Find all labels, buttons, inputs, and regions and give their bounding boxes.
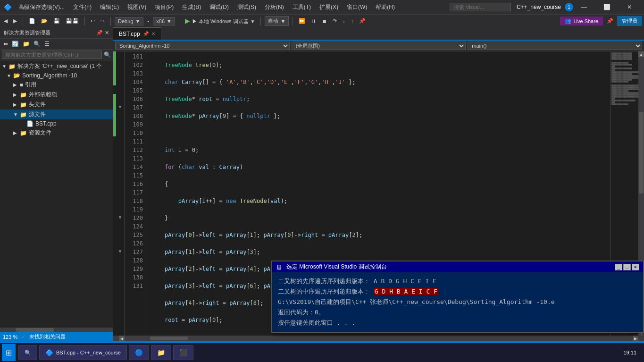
editor-hscroll[interactable]: ◀ ▶ xyxy=(113,336,644,341)
se-tb-btn-1[interactable]: ⬅ xyxy=(2,40,9,48)
se-tb-btn-3[interactable]: 📁 xyxy=(21,40,31,48)
code-line-108: { xyxy=(151,180,606,188)
fold-blank-5 xyxy=(116,85,124,94)
menu-project[interactable]: 项目(P) xyxy=(151,2,177,12)
tree-label-ext: 外部依赖项 xyxy=(29,91,57,99)
console-maximize-button[interactable]: □ xyxy=(623,264,631,270)
console-minimize-button[interactable]: _ xyxy=(615,264,622,270)
horizontal-scrollbar[interactable] xyxy=(0,328,113,332)
menu-edit[interactable]: 编辑(E) xyxy=(96,2,123,12)
tree-item-bst-cpp[interactable]: 📄 BST.cpp xyxy=(0,119,113,128)
notification-badge[interactable]: 1 xyxy=(565,3,573,11)
tab-bst-cpp[interactable]: BST.cpp 📌 ✕ xyxy=(113,27,161,40)
hscroll-thumb[interactable] xyxy=(150,337,188,340)
taskbar-vs-item[interactable]: 🔷 BST.cpp - C++_new_course xyxy=(39,345,127,360)
hscroll-right-button[interactable]: ▶ xyxy=(633,336,638,341)
fold-indicator-107[interactable]: ▼ xyxy=(116,102,124,111)
config-dropdown[interactable]: Debug ▼ xyxy=(115,17,143,25)
platform-dropdown[interactable]: x86 ▼ xyxy=(153,17,175,25)
zoom-level[interactable]: 123 % xyxy=(3,334,17,340)
se-tb-btn-4[interactable]: 🔍 xyxy=(32,40,42,48)
vscroll-thumb[interactable] xyxy=(639,112,644,194)
debug-toolbar-3[interactable]: ⏹ xyxy=(320,17,329,25)
taskbar-clock[interactable]: 19:11 xyxy=(623,350,642,355)
se-tb-btn-5[interactable]: ☰ xyxy=(43,40,51,48)
manage-button[interactable]: 管理员 xyxy=(617,16,642,26)
se-close-icon[interactable]: ✕ xyxy=(105,30,109,36)
fold-indicator-127[interactable]: ▼ xyxy=(116,247,124,255)
menu-view[interactable]: 视图(V) xyxy=(124,2,150,12)
menu-advanced-save[interactable]: 高级保存选项(V)... xyxy=(15,2,68,12)
line-num-108: 108 xyxy=(128,112,143,120)
new-file-button[interactable]: 📄 xyxy=(27,17,37,25)
nav-forward-button[interactable]: ▶ xyxy=(11,17,19,25)
redo-button[interactable]: ↪ xyxy=(99,17,107,25)
auto-dropdown[interactable]: 自动 ▼ xyxy=(265,16,289,26)
fold-indicator-120[interactable]: ▼ xyxy=(116,213,124,221)
live-share-button[interactable]: 👥 Live Share xyxy=(560,17,603,25)
se-tree: ▼ 📁 解决方案 'C++_new_course' (1 个 ▼ 📂 Sorti… xyxy=(0,60,113,328)
run-button[interactable]: ▶ ▶ 本地 Windows 调试器 ▼ xyxy=(183,17,257,25)
taskbar-search[interactable]: 🔍 xyxy=(18,345,37,360)
debug-toolbar-5[interactable]: ↓ xyxy=(341,17,347,25)
scope-dropdown[interactable]: Sorting_Algorithm -10 xyxy=(115,42,290,50)
open-file-button[interactable]: 📂 xyxy=(39,17,50,25)
tree-item-external-deps[interactable]: ▶ 📁 外部依赖项 xyxy=(0,90,113,100)
context-dropdown[interactable]: (全局范围) xyxy=(292,42,466,50)
menu-help[interactable]: 帮助(H) xyxy=(372,2,399,12)
console-window-buttons: _ □ ✕ xyxy=(615,264,639,270)
nav-back-button[interactable]: ◀ xyxy=(2,17,9,25)
symbol-dropdown[interactable]: main() xyxy=(468,42,642,50)
menu-build[interactable]: 生成(B) xyxy=(178,2,205,12)
menu-analyze[interactable]: 分析(N) xyxy=(261,2,288,12)
console-highlight-text: G D H B A E I C F xyxy=(374,288,438,295)
debug-toolbar-7[interactable]: 📌 xyxy=(357,17,368,25)
tree-item-resources[interactable]: ▶ 📁 资源文件 xyxy=(0,128,113,138)
start-button[interactable]: ⊞ xyxy=(2,344,16,361)
tree-icon-ext: 📁 xyxy=(20,92,27,98)
code-line-102: char Carray[] = { 'A','B','C','D','E','F… xyxy=(151,78,606,86)
minimize-button[interactable]: — xyxy=(573,0,595,14)
save-all-button[interactable]: 💾💾 xyxy=(64,17,81,25)
hscroll-left-button[interactable]: ◀ xyxy=(119,336,125,341)
taskbar-explorer-item[interactable]: 📁 xyxy=(151,345,171,360)
tree-item-headers[interactable]: ▶ 📁 头文件 xyxy=(0,100,113,109)
console-close-button[interactable]: ✕ xyxy=(632,264,639,270)
close-button[interactable]: ✕ xyxy=(619,0,640,14)
menu-extensions[interactable]: 扩展(X) xyxy=(316,2,342,12)
debug-toolbar-1[interactable]: ⏩ xyxy=(297,17,307,25)
taskbar: ⊞ 🔍 🔷 BST.cpp - C++_new_course 🔵 📁 ⬛ 19:… xyxy=(0,343,644,362)
menu-debug[interactable]: 调试(D) xyxy=(206,2,233,12)
menu-tools[interactable]: 工具(T) xyxy=(289,2,315,12)
code-line-105 xyxy=(151,129,606,137)
debug-toolbar-2[interactable]: ⏸ xyxy=(309,17,318,25)
fold-blank-23 xyxy=(116,238,124,247)
se-search-input[interactable] xyxy=(2,51,102,59)
tree-item-solution[interactable]: ▼ 📁 解决方案 'C++_new_course' (1 个 xyxy=(0,61,113,71)
tree-item-references[interactable]: ▶ ■ 引用 xyxy=(0,80,113,90)
solution-explorer: 解决方案资源管理器 📌 ✕ ⬅ 🔄 📁 🔍 ☰ 🔍 ▼ 📁 解决方案 'C++_… xyxy=(0,27,113,341)
se-pin-button[interactable]: 📌 xyxy=(96,30,103,36)
vscroll-up-button[interactable]: ▲ xyxy=(638,51,644,57)
debug-toolbar-6[interactable]: ↑ xyxy=(349,17,356,25)
fold-blank-15 xyxy=(116,170,124,179)
tab-close-icon[interactable]: ✕ xyxy=(151,31,155,36)
tree-item-sources[interactable]: ▼ 📁 源文件 xyxy=(0,109,113,119)
se-tb-btn-2[interactable]: 🔄 xyxy=(10,40,20,48)
menu-window[interactable]: 窗口(W) xyxy=(343,2,371,12)
hscroll-thumb[interactable] xyxy=(16,328,54,332)
taskbar-terminal-item[interactable]: ⬛ xyxy=(173,345,193,360)
menu-file[interactable]: 文件(F) xyxy=(69,2,95,12)
maximize-button[interactable]: ⬜ xyxy=(596,0,618,14)
tree-label-solution: 解决方案 'C++_new_course' (1 个 xyxy=(17,62,102,70)
tree-item-sorting[interactable]: ▼ 📂 Sorting_Algorithm -10 xyxy=(0,71,113,80)
undo-button[interactable]: ↩ xyxy=(89,17,97,25)
taskbar-chrome-item[interactable]: 🔵 xyxy=(129,345,149,360)
fold-blank-22 xyxy=(116,230,124,238)
debug-toolbar-4[interactable]: ↷ xyxy=(331,17,339,25)
save-button[interactable]: 💾 xyxy=(51,17,62,25)
fold-blank-6 xyxy=(116,94,124,102)
global-search-input[interactable] xyxy=(450,3,511,11)
pin-button[interactable]: 📌 xyxy=(605,17,615,25)
menu-test[interactable]: 测试(S) xyxy=(234,2,260,12)
